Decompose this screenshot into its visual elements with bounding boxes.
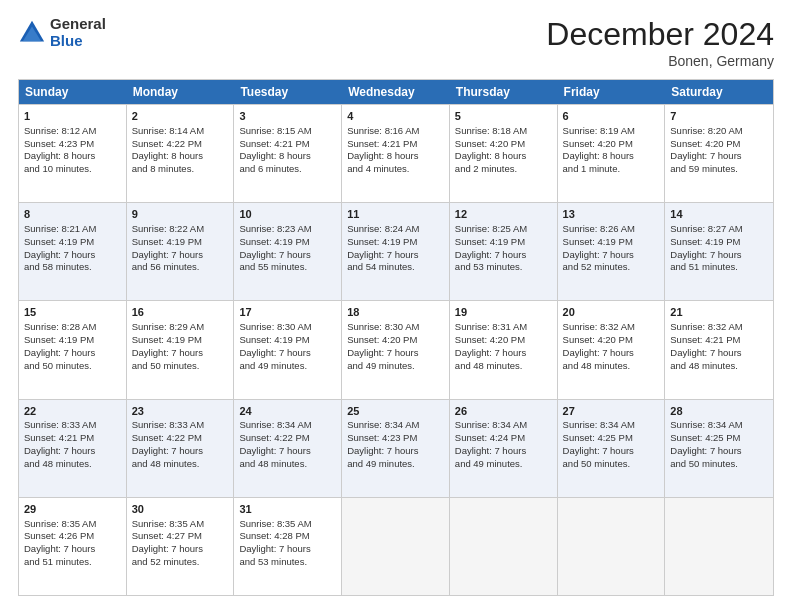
calendar-cell: 26Sunrise: 8:34 AMSunset: 4:24 PMDayligh…: [450, 400, 558, 497]
cell-line: Sunset: 4:19 PM: [239, 236, 336, 249]
cell-line: Daylight: 7 hours: [670, 150, 768, 163]
day-number: 10: [239, 207, 336, 222]
header-day: Monday: [127, 80, 235, 104]
cell-line: Sunrise: 8:30 AM: [239, 321, 336, 334]
day-number: 31: [239, 502, 336, 517]
cell-line: Daylight: 7 hours: [239, 347, 336, 360]
cell-line: Daylight: 7 hours: [132, 347, 229, 360]
cell-line: Sunrise: 8:28 AM: [24, 321, 121, 334]
cell-line: and 10 minutes.: [24, 163, 121, 176]
cell-line: Sunset: 4:20 PM: [563, 138, 660, 151]
cell-line: Sunset: 4:19 PM: [563, 236, 660, 249]
cell-line: and 54 minutes.: [347, 261, 444, 274]
cell-line: Sunrise: 8:34 AM: [563, 419, 660, 432]
calendar-cell: 2Sunrise: 8:14 AMSunset: 4:22 PMDaylight…: [127, 105, 235, 202]
calendar-cell: 5Sunrise: 8:18 AMSunset: 4:20 PMDaylight…: [450, 105, 558, 202]
cell-line: and 4 minutes.: [347, 163, 444, 176]
cell-line: Sunset: 4:24 PM: [455, 432, 552, 445]
day-number: 22: [24, 404, 121, 419]
cell-line: and 50 minutes.: [670, 458, 768, 471]
cell-line: Daylight: 7 hours: [239, 445, 336, 458]
header: General Blue December 2024 Bonen, German…: [18, 16, 774, 69]
cell-line: and 51 minutes.: [670, 261, 768, 274]
cell-line: Daylight: 7 hours: [24, 347, 121, 360]
day-number: 7: [670, 109, 768, 124]
calendar-cell: 14Sunrise: 8:27 AMSunset: 4:19 PMDayligh…: [665, 203, 773, 300]
day-number: 30: [132, 502, 229, 517]
cell-line: and 48 minutes.: [670, 360, 768, 373]
header-day: Tuesday: [234, 80, 342, 104]
calendar-row: 1Sunrise: 8:12 AMSunset: 4:23 PMDaylight…: [19, 104, 773, 202]
cell-line: Sunrise: 8:14 AM: [132, 125, 229, 138]
calendar-cell: 13Sunrise: 8:26 AMSunset: 4:19 PMDayligh…: [558, 203, 666, 300]
cell-line: Sunrise: 8:34 AM: [670, 419, 768, 432]
calendar-cell: 4Sunrise: 8:16 AMSunset: 4:21 PMDaylight…: [342, 105, 450, 202]
title-block: December 2024 Bonen, Germany: [546, 16, 774, 69]
cell-line: Sunrise: 8:27 AM: [670, 223, 768, 236]
calendar-cell: 21Sunrise: 8:32 AMSunset: 4:21 PMDayligh…: [665, 301, 773, 398]
cell-line: Sunrise: 8:21 AM: [24, 223, 121, 236]
cell-line: Sunrise: 8:34 AM: [455, 419, 552, 432]
calendar-cell: 22Sunrise: 8:33 AMSunset: 4:21 PMDayligh…: [19, 400, 127, 497]
cell-line: and 48 minutes.: [563, 360, 660, 373]
day-number: 3: [239, 109, 336, 124]
header-day: Friday: [558, 80, 666, 104]
cell-line: and 55 minutes.: [239, 261, 336, 274]
calendar-cell: 11Sunrise: 8:24 AMSunset: 4:19 PMDayligh…: [342, 203, 450, 300]
cell-line: Sunrise: 8:33 AM: [24, 419, 121, 432]
cell-line: Daylight: 7 hours: [24, 543, 121, 556]
calendar-cell: 31Sunrise: 8:35 AMSunset: 4:28 PMDayligh…: [234, 498, 342, 595]
cell-line: and 2 minutes.: [455, 163, 552, 176]
cell-line: Sunset: 4:19 PM: [132, 334, 229, 347]
day-number: 14: [670, 207, 768, 222]
cell-line: Sunrise: 8:25 AM: [455, 223, 552, 236]
cell-line: Daylight: 7 hours: [24, 445, 121, 458]
calendar-cell: 10Sunrise: 8:23 AMSunset: 4:19 PMDayligh…: [234, 203, 342, 300]
calendar-header: SundayMondayTuesdayWednesdayThursdayFrid…: [19, 80, 773, 104]
day-number: 13: [563, 207, 660, 222]
cell-line: and 51 minutes.: [24, 556, 121, 569]
cell-line: Sunset: 4:20 PM: [455, 334, 552, 347]
day-number: 28: [670, 404, 768, 419]
cell-line: Sunrise: 8:26 AM: [563, 223, 660, 236]
calendar-cell: [558, 498, 666, 595]
calendar-cell: 20Sunrise: 8:32 AMSunset: 4:20 PMDayligh…: [558, 301, 666, 398]
location: Bonen, Germany: [546, 53, 774, 69]
cell-line: Sunset: 4:19 PM: [455, 236, 552, 249]
day-number: 17: [239, 305, 336, 320]
cell-line: Sunrise: 8:31 AM: [455, 321, 552, 334]
cell-line: Daylight: 7 hours: [455, 445, 552, 458]
cell-line: and 52 minutes.: [132, 556, 229, 569]
day-number: 27: [563, 404, 660, 419]
header-day: Saturday: [665, 80, 773, 104]
cell-line: Sunset: 4:22 PM: [132, 432, 229, 445]
cell-line: and 50 minutes.: [24, 360, 121, 373]
cell-line: Sunset: 4:21 PM: [239, 138, 336, 151]
cell-line: Sunrise: 8:22 AM: [132, 223, 229, 236]
cell-line: Sunset: 4:21 PM: [670, 334, 768, 347]
cell-line: Sunrise: 8:34 AM: [347, 419, 444, 432]
cell-line: Sunset: 4:23 PM: [347, 432, 444, 445]
day-number: 19: [455, 305, 552, 320]
cell-line: and 6 minutes.: [239, 163, 336, 176]
calendar-body: 1Sunrise: 8:12 AMSunset: 4:23 PMDaylight…: [19, 104, 773, 595]
day-number: 2: [132, 109, 229, 124]
cell-line: Sunrise: 8:35 AM: [132, 518, 229, 531]
cell-line: and 48 minutes.: [132, 458, 229, 471]
cell-line: Sunset: 4:23 PM: [24, 138, 121, 151]
calendar-cell: 25Sunrise: 8:34 AMSunset: 4:23 PMDayligh…: [342, 400, 450, 497]
cell-line: Daylight: 7 hours: [670, 347, 768, 360]
calendar-cell: 12Sunrise: 8:25 AMSunset: 4:19 PMDayligh…: [450, 203, 558, 300]
calendar-cell: 7Sunrise: 8:20 AMSunset: 4:20 PMDaylight…: [665, 105, 773, 202]
day-number: 1: [24, 109, 121, 124]
calendar-cell: 28Sunrise: 8:34 AMSunset: 4:25 PMDayligh…: [665, 400, 773, 497]
cell-line: Sunset: 4:25 PM: [563, 432, 660, 445]
cell-line: Sunset: 4:22 PM: [132, 138, 229, 151]
cell-line: Daylight: 7 hours: [132, 249, 229, 262]
cell-line: Daylight: 7 hours: [563, 249, 660, 262]
logo-general: General: [50, 16, 106, 33]
calendar-cell: [342, 498, 450, 595]
cell-line: and 56 minutes.: [132, 261, 229, 274]
day-number: 4: [347, 109, 444, 124]
cell-line: Sunset: 4:27 PM: [132, 530, 229, 543]
